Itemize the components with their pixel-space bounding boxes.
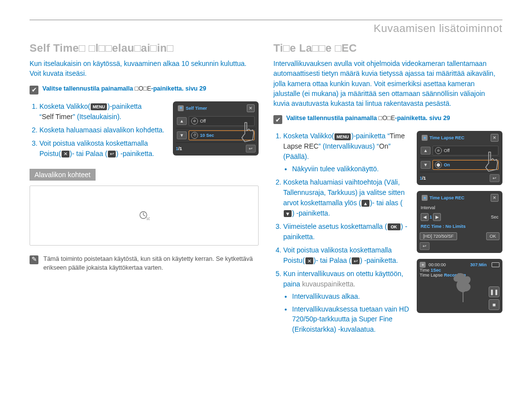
mode-note-right: ✔ Valitse tallennustila painamalla □O□E-… — [273, 114, 502, 124]
right-step-5: Kun intervallikuvaus on otettu käyttöön,… — [283, 269, 411, 334]
subheader-row: Alavalikon kohteet — [30, 169, 259, 181]
reclimit-label: REC Time : No Limits — [421, 224, 466, 229]
left-step3-c: ) -painiketta. — [116, 150, 154, 157]
left-step-3: Voit poistua valikosta koskettamalla Poi… — [39, 138, 167, 159]
down-arrow-icon[interactable]: ▼ — [421, 161, 431, 169]
check-icon: ✔ — [30, 86, 38, 94]
screenA-on[interactable]: On — [444, 162, 450, 167]
off-indicator-icon: ⊘ — [435, 147, 442, 154]
intro-left: Kun itselaukaisin on käytössä, kuvaamine… — [30, 59, 259, 79]
up-arrow-icon[interactable]: ▲ — [421, 147, 431, 155]
res-val: 1Sec — [431, 268, 441, 273]
r-step5-link: kuvauspainiketta. — [302, 280, 355, 288]
timelapse-settings-screen: ✦ Time Lapse REC ✕ Interval ◀ 1 — [417, 191, 502, 253]
left-step1-a: Kosketa Valikko( — [39, 102, 90, 110]
section-header: Kuvaamisen lisätoiminnot — [30, 22, 502, 35]
interval-unit: Sec — [491, 215, 499, 219]
row-10sec-label[interactable]: 10 Sec — [200, 133, 214, 138]
increase-icon[interactable]: ▶ — [433, 213, 441, 221]
stop-icon[interactable]: ■ — [489, 299, 499, 310]
mode-note-prefix: Valitse tallennustila painamalla — [42, 85, 135, 92]
camera-icon: ✦ — [420, 262, 426, 268]
close-icon[interactable]: ✕ — [491, 194, 499, 202]
close-icon[interactable]: ✕ — [247, 104, 255, 112]
pagerA-tot: 1 — [424, 176, 426, 181]
off-indicator-icon: ⊘ — [191, 118, 198, 125]
left-step-2: Kosketa haluamaasi alavalikon kohdetta. — [39, 125, 167, 135]
return-screen-icon[interactable]: ↩ — [420, 242, 430, 250]
decrease-icon[interactable]: ◀ — [421, 213, 429, 221]
r-step3-a: Viimeistele asetus koskettamalla ( — [283, 222, 387, 230]
r-step1-b: )-painiketta “ — [351, 132, 390, 140]
heading-self-timer: Self Time□ □l□□elau□ai□in□ — [30, 42, 259, 55]
right-step-1: Kosketa Valikko(MENU)-painiketta “Time L… — [283, 131, 411, 174]
flower-silhouette-icon — [448, 273, 477, 304]
right-step-3: Viimeistele asetus koskettamalla (OK) -p… — [283, 221, 411, 242]
camera-icon: ✦ — [422, 135, 428, 141]
top-rule — [30, 20, 502, 20]
timelapse-menu-screen: ✦ Time Lapse REC ✕ ▲ ⊘Off ▼ ⬤On — [417, 131, 502, 185]
exit-icon: ✕ — [305, 257, 313, 264]
touch-hand-icon — [480, 150, 499, 174]
subitems-panel: 10 — [30, 186, 259, 246]
right-column: Ti□e La□□e □EC Intervallikuvauksen avull… — [273, 42, 502, 341]
right-step-2: Kosketa haluamiasi vaihtoehtoja (Väli, T… — [283, 177, 411, 219]
right-step-4: Voit poistua valikosta koskettamalla Poi… — [283, 245, 411, 266]
r-step1-a: Kosketa Valikko( — [283, 132, 334, 140]
touch-hand-icon — [236, 120, 256, 145]
battery-icon — [492, 262, 499, 267]
tl-a: Time Lapse — [420, 273, 443, 278]
check-icon: ✔ — [273, 115, 282, 124]
camera-icon: ✦ — [178, 105, 184, 111]
svg-text:10: 10 — [146, 217, 150, 220]
timer-10-icon: ⏱ — [191, 132, 198, 139]
mode-note-suffix: -painiketta. sivu 29 — [151, 85, 206, 92]
return-screen-icon[interactable]: ↩ — [490, 174, 499, 182]
row-off-label[interactable]: Off — [200, 119, 206, 124]
r-step1-bullet: Näkyviin tulee valikkonäyttö. — [292, 164, 411, 174]
r-bullet-2: Intervallikuvauksessa tuetaan vain HD 72… — [292, 304, 411, 334]
down-arrow-icon[interactable]: ▼ — [177, 131, 187, 139]
r-step2-c: ) -painiketta. — [292, 209, 330, 217]
down-icon: ▼ — [284, 210, 292, 217]
ok-button-icon: OK — [388, 223, 400, 230]
menu-button-icon: MENU — [334, 133, 351, 140]
r-step2-b: )- tai alas ( — [370, 199, 402, 207]
left-step1-item: Self Timer — [42, 113, 73, 121]
pager-cur: 1 — [176, 146, 178, 151]
up-icon: ▲ — [362, 200, 369, 207]
return-screen-icon[interactable]: ↩ — [246, 145, 256, 153]
res-label: [HD] 720/50/SF — [423, 234, 454, 239]
timer-10-small-icon: 10 — [139, 210, 150, 221]
camera-icon: ✦ — [422, 195, 428, 201]
timelapse-recording-screen: ✦ 00:00:00 307:Min Time 1Sec Time Lapse … — [417, 259, 502, 313]
mode-btn-label: □O□E — [135, 85, 151, 92]
screenA-title: Time Lapse REC — [430, 135, 465, 140]
pause-icon[interactable]: ❚❚ — [489, 286, 499, 297]
footnote-text: Tämä toiminto poistetaan käytöstä, kun s… — [43, 254, 259, 272]
r-bullet-1: Intervallikuvaus alkaa. — [292, 291, 411, 301]
mode-note-prefix-r: Valitse tallennustila painamalla — [286, 115, 379, 122]
mode-btn-label-r: □O□E — [379, 115, 395, 122]
exit-icon: ✕ — [62, 151, 69, 157]
r-step1-on: On — [379, 142, 389, 150]
mode-note-left: ✔ Valitse tallennustila painamalla □O□E-… — [30, 85, 259, 94]
mode-note-suffix-r: -painiketta. sivu 29 — [395, 115, 450, 122]
pagerA-cur: 1 — [420, 176, 422, 181]
left-step-1: Kosketa Valikko(MENU)-painiketta “Self T… — [39, 101, 167, 122]
resolution-display: [HD] 720/50/SF — [420, 232, 457, 240]
close-icon[interactable]: ✕ — [491, 134, 499, 142]
screenA-off[interactable]: Off — [444, 148, 450, 153]
footnote-left: ✎ Tämä toiminto poistetaan käytöstä, kun… — [30, 254, 259, 272]
return-icon: ↩ — [108, 151, 116, 157]
heading-time-lapse: Ti□e La□□e □EC — [273, 42, 502, 55]
up-arrow-icon[interactable]: ▲ — [177, 117, 187, 125]
screen-title: Self Timer — [186, 106, 207, 111]
self-timer-screen: ✦ Self Timer ✕ ▲ ⊘Off ▼ ⏱10 Sec — [173, 101, 259, 156]
pager-tot: 1 — [180, 146, 182, 151]
note-icon: ✎ — [30, 255, 38, 264]
ok-button[interactable]: OK — [486, 232, 499, 240]
on-indicator-icon: ⬤ — [435, 161, 442, 168]
res-pre: Time — [420, 268, 431, 273]
subheader-badge: Alavalikon kohteet — [30, 169, 96, 181]
